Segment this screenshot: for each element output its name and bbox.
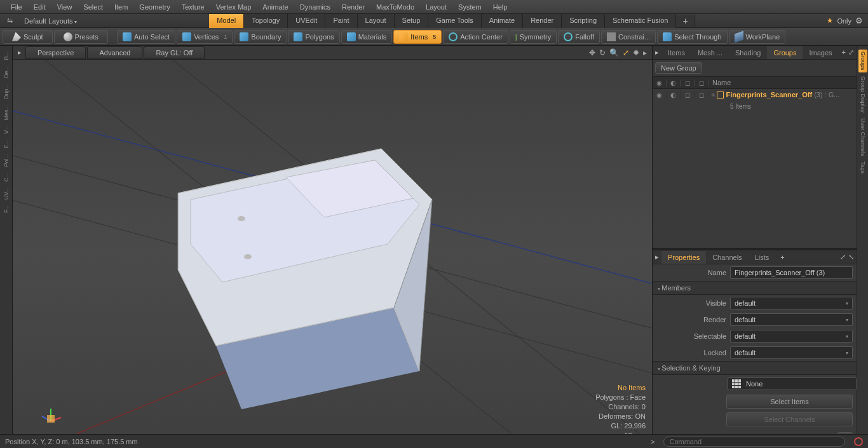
default-layouts-dropdown[interactable]: Default Layouts: [19, 17, 82, 25]
add-panel-icon[interactable]: +: [842, 48, 846, 57]
sculpt-button[interactable]: Sculpt: [3, 30, 53, 44]
menu-animate[interactable]: Animate: [257, 1, 294, 13]
prop-expand-icon[interactable]: ⤢: [840, 253, 846, 261]
materials-button[interactable]: Materials: [341, 30, 393, 44]
prop-pop-icon[interactable]: ⤡: [848, 253, 854, 261]
viewport-menu-icon[interactable]: ▸: [14, 48, 25, 57]
menu-dynamics[interactable]: Dynamics: [294, 1, 336, 13]
expand-panel-icon[interactable]: ⤢: [848, 48, 854, 57]
only-label[interactable]: Only: [837, 17, 851, 25]
view-menu-icon[interactable]: ▸: [643, 48, 647, 57]
rightrail-tags[interactable]: Tags: [858, 160, 867, 175]
layout-tab-topology[interactable]: Topology: [244, 14, 288, 28]
groups-tab[interactable]: Groups: [767, 46, 803, 59]
menu-help[interactable]: Help: [487, 1, 513, 13]
favorite-icon[interactable]: ★: [827, 17, 833, 25]
tree-row[interactable]: ◉◐◻◻ + Fingerprints_Scanner_Off (3) : G.…: [653, 89, 857, 100]
new-group-button[interactable]: New Group: [655, 62, 702, 74]
visible-dropdown[interactable]: default: [730, 297, 853, 309]
view-options-icon[interactable]: ✹: [633, 48, 639, 57]
rotate-view-icon[interactable]: ↻: [599, 48, 606, 57]
menu-edit[interactable]: Edit: [28, 1, 51, 13]
items-tab[interactable]: Items: [661, 46, 691, 59]
workplane-button[interactable]: WorkPlane: [729, 30, 786, 44]
leftrail-item[interactable]: Pol...: [2, 152, 11, 169]
scene-menu-icon[interactable]: ▸: [653, 48, 661, 57]
zoom-view-icon[interactable]: 🔍: [609, 48, 619, 57]
col-select-icon[interactable]: ◻: [695, 79, 709, 86]
scene-tree[interactable]: ◉◐◻◻ + Fingerprints_Scanner_Off (3) : G.…: [653, 89, 857, 248]
leftrail-item[interactable]: B...: [2, 50, 11, 62]
polygons-button[interactable]: Polygons: [288, 30, 339, 44]
constraints-button[interactable]: Constrai...: [601, 30, 656, 44]
layout-tab-setup[interactable]: Setup: [395, 14, 429, 28]
images-tab[interactable]: Images: [803, 46, 838, 59]
leftrail-item[interactable]: C...: [2, 171, 11, 184]
viewport-3d[interactable]: No Items Polygons : Face Channels: 0 Def…: [13, 60, 652, 447]
command-input[interactable]: Command: [663, 437, 845, 447]
layout-tab-animate[interactable]: Animate: [482, 14, 523, 28]
vertices-button[interactable]: Vertices1: [177, 30, 233, 44]
raygl-tab[interactable]: Ray GL: Off: [144, 46, 205, 59]
leftrail-item[interactable]: UV...: [2, 186, 11, 201]
menu-geometry[interactable]: Geometry: [133, 1, 175, 13]
layout-tab-layout[interactable]: Layout: [358, 14, 395, 28]
layout-tab-paint[interactable]: Paint: [325, 14, 357, 28]
history-icon[interactable]: ⇋: [0, 17, 19, 25]
leftrail-item[interactable]: De...: [2, 64, 11, 80]
leftrail-item[interactable]: Dup...: [2, 82, 11, 101]
leftrail-item[interactable]: V...: [2, 124, 11, 136]
add-layout-tab[interactable]: +: [676, 15, 695, 27]
menu-system[interactable]: System: [452, 1, 487, 13]
perspective-tab[interactable]: Perspective: [25, 46, 86, 59]
mesh-tab[interactable]: Mesh ...: [691, 46, 729, 59]
falloff-button[interactable]: Falloff: [558, 30, 600, 44]
menu-texture[interactable]: Texture: [176, 1, 210, 13]
leftrail-item[interactable]: E...: [2, 138, 11, 151]
col-solo-icon[interactable]: ◐: [667, 79, 681, 86]
settings-gear-icon[interactable]: ⚙: [855, 16, 863, 25]
menu-maxtomodo[interactable]: MaxToModo: [370, 1, 420, 13]
menu-layout[interactable]: Layout: [420, 1, 452, 13]
boundary-button[interactable]: Boundary: [234, 30, 287, 44]
col-lock-icon[interactable]: ◻: [681, 79, 695, 86]
action-center-button[interactable]: Action Center: [443, 30, 508, 44]
leftrail-item[interactable]: F...: [2, 203, 11, 215]
layout-tab-scripting[interactable]: Scripting: [562, 14, 605, 28]
shading-tab[interactable]: Shading: [729, 46, 767, 59]
layout-tab-schematic-fusion[interactable]: Schematic Fusion: [605, 14, 676, 28]
select-items-button[interactable]: Select Items: [726, 395, 853, 409]
rightrail-groups[interactable]: Groups: [858, 50, 867, 72]
record-icon[interactable]: [854, 437, 863, 446]
symmetry-button[interactable]: |Symmetry: [510, 30, 557, 44]
menu-select[interactable]: Select: [78, 1, 109, 13]
name-field[interactable]: Fingerprints_Scanner_Off (3): [730, 266, 853, 279]
menu-vertex-map[interactable]: Vertex Map: [210, 1, 257, 13]
lists-tab[interactable]: Lists: [749, 251, 776, 264]
add-prop-tab[interactable]: +: [776, 254, 788, 261]
leftrail-item[interactable]: Mes...: [2, 103, 11, 123]
props-menu-icon[interactable]: ▸: [653, 253, 661, 261]
items-button[interactable]: Items5: [393, 30, 442, 44]
layout-tab-uvedit[interactable]: UVEdit: [288, 14, 325, 28]
rightrail-user-channels[interactable]: User Channels: [858, 116, 867, 158]
properties-tab[interactable]: Properties: [661, 251, 706, 264]
menu-item[interactable]: Item: [109, 1, 133, 13]
command-prompt-icon[interactable]: >: [647, 438, 658, 445]
select-channels-button[interactable]: Select Channels: [726, 412, 853, 426]
col-name-header[interactable]: Name: [709, 79, 857, 86]
selection-keying-section[interactable]: Selection & Keying: [653, 361, 857, 375]
expand-icon[interactable]: +: [711, 91, 715, 98]
maximize-icon[interactable]: ⤢: [623, 48, 629, 57]
menu-render[interactable]: Render: [336, 1, 370, 13]
move-view-icon[interactable]: ✥: [589, 48, 595, 57]
layout-tab-game-tools[interactable]: Game Tools: [428, 14, 482, 28]
layout-tab-render[interactable]: Render: [523, 14, 562, 28]
render-dropdown[interactable]: default: [730, 313, 853, 326]
locked-dropdown[interactable]: default: [730, 346, 853, 359]
advanced-tab[interactable]: Advanced: [87, 46, 142, 59]
menu-file[interactable]: File: [5, 1, 28, 13]
rightrail-group-display[interactable]: Group Display: [858, 74, 867, 114]
select-through-button[interactable]: Select Through: [657, 30, 727, 44]
layout-tab-model[interactable]: Model: [209, 14, 244, 28]
